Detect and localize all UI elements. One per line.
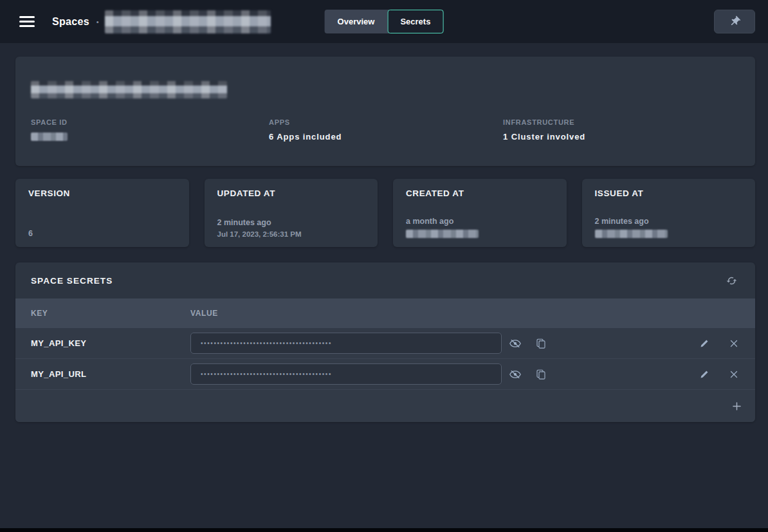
space-title-redacted — [31, 81, 227, 98]
space-name-redacted — [105, 10, 271, 33]
infrastructure-label: INFRASTRUCTURE — [503, 118, 740, 126]
breadcrumb-separator-dot: • — [96, 18, 99, 26]
space-overview-card: SPACE ID APPS 6 Apps included INFRASTRUC… — [15, 57, 755, 166]
view-tabs: Overview Secrets — [325, 10, 444, 33]
issued-at-label: ISSUED AT — [595, 188, 743, 198]
secret-row-my-api-url: MY_API_URL — [15, 359, 755, 390]
copy-value-button[interactable] — [533, 366, 549, 383]
delete-secret-button[interactable] — [726, 366, 742, 383]
tab-overview[interactable]: Overview — [325, 10, 388, 33]
updated-at-card: UPDATED AT 2 minutes ago Jul 17, 2023, 2… — [205, 179, 378, 247]
pushpin-icon — [729, 15, 741, 28]
edit-secret-button[interactable] — [696, 335, 713, 352]
delete-secret-button[interactable] — [726, 335, 742, 352]
secrets-footer — [15, 390, 755, 422]
space-id-block: SPACE ID — [31, 118, 269, 142]
edit-secret-button[interactable] — [696, 366, 713, 383]
apps-value: 6 Apps included — [269, 132, 503, 142]
copy-icon — [535, 369, 547, 380]
plus-icon — [731, 400, 743, 412]
add-secret-button[interactable] — [728, 398, 745, 414]
apps-block: APPS 6 Apps included — [269, 118, 503, 142]
version-label: VERSION — [28, 188, 176, 198]
pencil-icon — [699, 369, 710, 380]
secret-row-my-api-key: MY_API_KEY — [15, 328, 755, 359]
reveal-value-button[interactable] — [507, 335, 524, 352]
version-card: VERSION 6 — [15, 179, 189, 247]
main-content: SPACE ID APPS 6 Apps included INFRASTRUC… — [0, 43, 768, 422]
issued-at-timestamp-redacted — [595, 230, 668, 238]
issued-at-card: ISSUED AT 2 minutes ago — [582, 179, 756, 247]
created-at-card: CREATED AT a month ago — [393, 179, 567, 247]
secret-key: MY_API_URL — [31, 369, 190, 379]
secret-value-input[interactable] — [190, 363, 502, 385]
tab-secrets[interactable]: Secrets — [387, 10, 443, 33]
space-secrets-title: SPACE SECRETS — [31, 276, 113, 286]
close-icon — [728, 369, 740, 380]
app-title: Spaces — [52, 16, 89, 28]
hamburger-menu-icon[interactable] — [19, 16, 35, 27]
copy-icon — [535, 338, 547, 349]
issued-at-relative: 2 minutes ago — [595, 217, 743, 226]
updated-at-timestamp: Jul 17, 2023, 2:56:31 PM — [217, 230, 365, 238]
column-header-value: VALUE — [190, 309, 218, 318]
reveal-value-button[interactable] — [507, 366, 524, 383]
infrastructure-value: 1 Cluster involved — [503, 132, 740, 142]
pencil-icon — [699, 338, 710, 349]
created-at-label: CREATED AT — [406, 188, 554, 198]
created-at-relative: a month ago — [406, 217, 554, 226]
refresh-secrets-button[interactable] — [723, 272, 740, 289]
refresh-icon — [726, 275, 737, 286]
secrets-table-header: KEY VALUE — [15, 298, 755, 328]
secret-value-input[interactable] — [190, 333, 502, 354]
topbar: Spaces • Overview Secrets — [0, 0, 768, 43]
updated-at-label: UPDATED AT — [217, 188, 365, 198]
eye-off-icon — [509, 337, 522, 350]
space-id-label: SPACE ID — [31, 118, 269, 126]
created-at-timestamp-redacted — [406, 230, 479, 238]
eye-off-icon — [509, 368, 522, 381]
version-value: 6 — [28, 229, 176, 238]
secret-key: MY_API_KEY — [31, 338, 190, 348]
copy-value-button[interactable] — [533, 335, 549, 352]
pin-button[interactable] — [714, 10, 755, 33]
apps-label: APPS — [269, 118, 503, 126]
infrastructure-block: INFRASTRUCTURE 1 Cluster involved — [503, 118, 740, 142]
bottom-edge-strip — [0, 528, 768, 532]
updated-at-relative: 2 minutes ago — [217, 218, 365, 227]
space-secrets-card: SPACE SECRETS KEY VALUE MY_API_KEY — [15, 262, 755, 422]
stat-cards-row: VERSION 6 UPDATED AT 2 minutes ago Jul 1… — [15, 179, 755, 247]
column-header-key: KEY — [31, 309, 190, 318]
close-icon — [728, 338, 740, 349]
space-id-value-redacted — [31, 133, 68, 141]
